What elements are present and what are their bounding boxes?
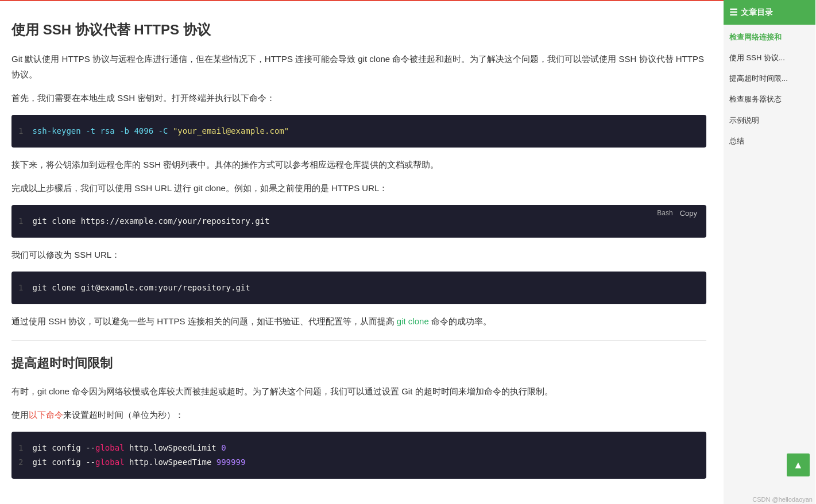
- inline-highlight: 以下命令: [29, 410, 63, 420]
- code-line-t2: git config --global http.lowSpeedTime 99…: [32, 455, 699, 470]
- paragraph-ssh-4: 完成以上步骤后，我们可以使用 SSH URL 进行 git clone。例如，如…: [11, 180, 706, 196]
- code-block-ssh-keygen: 1 ssh-keygen -t rsa -b 4096 -C "your_ema…: [11, 115, 706, 148]
- code-block-https-clone: Bash Copy 1 git clone https://example.co…: [11, 205, 706, 238]
- code-span-t2a: git config --: [32, 458, 95, 467]
- page-layout: 使用 SSH 协议代替 HTTPS 协议 Git 默认使用 HTTPS 协议与远…: [0, 0, 816, 504]
- code-span-t2d: 999999: [216, 458, 246, 467]
- code-block-ssh-clone: 1 git clone git@example.com:your/reposit…: [11, 272, 706, 304]
- copy-button[interactable]: Copy: [678, 208, 699, 219]
- code-body-2: 1 git clone https://example.com/your/rep…: [11, 205, 706, 238]
- sidebar-item-check-network[interactable]: 检查网络连接和: [724, 27, 815, 48]
- code-line-t1: git config --global http.lowSpeedLimit 0: [32, 441, 699, 455]
- watermark: CSDN @hellodaoyan: [752, 494, 813, 504]
- menu-icon: ☰: [729, 5, 737, 20]
- section-divider: [11, 340, 706, 341]
- code-span: "your_email@example.com": [173, 126, 289, 135]
- paragraph-timeout-2: 使用以下命令来设置超时时间（单位为秒）：: [11, 407, 706, 422]
- code-span-t2b: global: [95, 458, 125, 467]
- paragraph-ssh-5: 我们可以修改为 SSH URL：: [11, 247, 706, 262]
- line-numbers-2: 1: [18, 214, 32, 228]
- section-title-ssh: 使用 SSH 协议代替 HTTPS 协议: [11, 18, 706, 42]
- sidebar: ☰ 文章目录 检查网络连接和 使用 SSH 协议... 提高超时时间限... 检…: [724, 0, 815, 504]
- code-body: 1 ssh-keygen -t rsa -b 4096 -C "your_ema…: [11, 115, 706, 148]
- code-span-t1a: git config --: [32, 443, 95, 452]
- paragraph-ssh-3: 接下来，将公钥添加到远程仓库的 SSH 密钥列表中。具体的操作方式可以参考相应远…: [11, 157, 706, 172]
- sidebar-nav: 检查网络连接和 使用 SSH 协议... 提高超时时间限... 检查服务器状态 …: [724, 25, 815, 154]
- code-content-timeout: git config --global http.lowSpeedLimit 0…: [32, 441, 699, 470]
- code-line-https: git clone https://example.com/your/repos…: [32, 214, 699, 228]
- line-numbers: 1: [18, 124, 32, 138]
- sidebar-item-check-server[interactable]: 检查服务器状态: [724, 89, 815, 110]
- sidebar-item-increase-timeout[interactable]: 提高超时时间限...: [724, 68, 815, 89]
- line-numbers-3: 1: [18, 281, 32, 295]
- code-line-ssh: git clone git@example.com:your/repositor…: [32, 281, 699, 295]
- sidebar-title: ☰ 文章目录: [724, 0, 815, 25]
- scroll-top-button[interactable]: ▲: [787, 453, 810, 476]
- main-content: 使用 SSH 协议代替 HTTPS 协议 Git 默认使用 HTTPS 协议与远…: [0, 0, 724, 504]
- paragraph-ssh-1: Git 默认使用 HTTPS 协议与远程仓库进行通信，但在某些情况下，HTTPS…: [11, 51, 706, 82]
- code-content-3: git clone git@example.com:your/repositor…: [32, 281, 699, 295]
- code-span-t1d: 0: [221, 443, 226, 452]
- code-span-t1b: global: [95, 443, 125, 452]
- lang-badge: Bash: [657, 207, 672, 219]
- code-header: Bash Copy: [650, 205, 706, 221]
- code-span: ssh-keygen -t rsa -b 4096 -C: [32, 126, 172, 135]
- sidebar-title-text: 文章目录: [741, 6, 773, 20]
- code-content-2: git clone https://example.com/your/repos…: [32, 214, 699, 228]
- line-numbers-timeout: 12: [18, 441, 32, 470]
- code-line-1: ssh-keygen -t rsa -b 4096 -C "your_email…: [32, 124, 699, 138]
- section-title-timeout: 提高超时时间限制: [11, 352, 706, 374]
- paragraph-ssh-2: 首先，我们需要在本地生成 SSH 密钥对。打开终端并执行以下命令：: [11, 90, 706, 106]
- sidebar-item-example[interactable]: 示例说明: [724, 110, 815, 131]
- inline-code-git: git clone: [397, 316, 429, 326]
- code-span-t2c: http.lowSpeedTime: [125, 458, 216, 467]
- code-content: ssh-keygen -t rsa -b 4096 -C "your_email…: [32, 124, 699, 138]
- code-span-t1c: http.lowSpeedLimit: [125, 443, 222, 452]
- sidebar-item-use-ssh[interactable]: 使用 SSH 协议...: [724, 48, 815, 68]
- paragraph-timeout-1: 有时，git clone 命令因为网络较慢或仓库较大而被挂起或超时。为了解决这个…: [11, 383, 706, 399]
- code-body-timeout: 12 git config --global http.lowSpeedLimi…: [11, 432, 706, 479]
- code-body-3: 1 git clone git@example.com:your/reposit…: [11, 272, 706, 304]
- paragraph-ssh-6: 通过使用 SSH 协议，可以避免一些与 HTTPS 连接相关的问题，如证书验证、…: [11, 313, 706, 329]
- sidebar-item-summary[interactable]: 总结: [724, 131, 815, 152]
- code-block-timeout: 12 git config --global http.lowSpeedLimi…: [11, 432, 706, 479]
